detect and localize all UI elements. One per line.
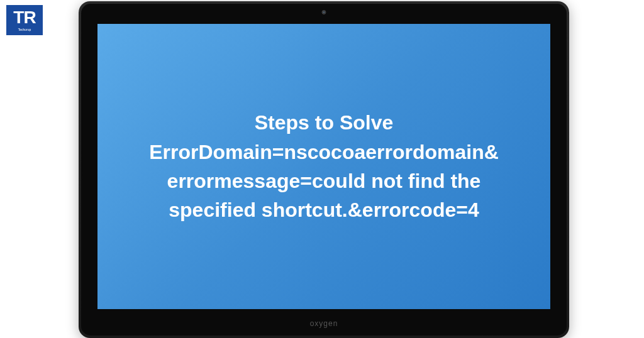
tablet-screen: Steps to Solve ErrorDomain=nscocoaerrord… (96, 23, 552, 310)
tablet-camera-icon (322, 10, 326, 14)
brand-logo: TR Techorup (6, 5, 43, 35)
logo-text: TR (13, 9, 35, 26)
logo-subtext: Techorup (18, 28, 31, 31)
tablet-device: Steps to Solve ErrorDomain=nscocoaerrord… (79, 1, 569, 338)
tablet-bezel: Steps to Solve ErrorDomain=nscocoaerrord… (81, 4, 567, 335)
tablet-brand-label: oxygen (310, 319, 338, 328)
error-message-title: Steps to Solve ErrorDomain=nscocoaerrord… (148, 108, 500, 225)
